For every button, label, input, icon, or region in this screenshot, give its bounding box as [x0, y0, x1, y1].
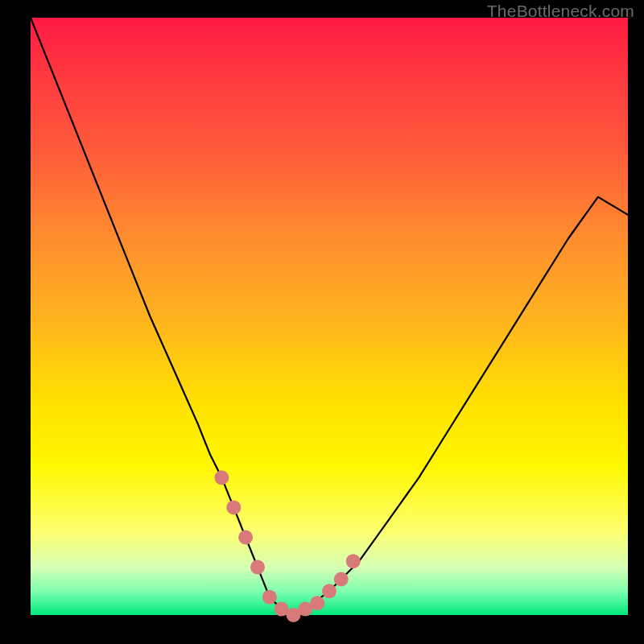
marker-dot — [322, 584, 336, 598]
marker-dot — [226, 500, 241, 514]
marker-dot — [250, 560, 265, 575]
marker-dot — [262, 590, 277, 605]
marker-dot — [334, 572, 349, 587]
marker-dot — [238, 530, 253, 545]
chart-frame: TheBottleneck.com — [0, 0, 644, 644]
marker-dot — [214, 470, 229, 485]
plot-area — [31, 18, 628, 615]
marker-dot — [310, 596, 324, 610]
highlight-markers — [214, 470, 360, 622]
bottleneck-curve — [31, 18, 628, 615]
marker-dot — [346, 554, 361, 568]
bottleneck-curve-svg — [31, 18, 628, 615]
watermark-text: TheBottleneck.com — [487, 2, 634, 21]
